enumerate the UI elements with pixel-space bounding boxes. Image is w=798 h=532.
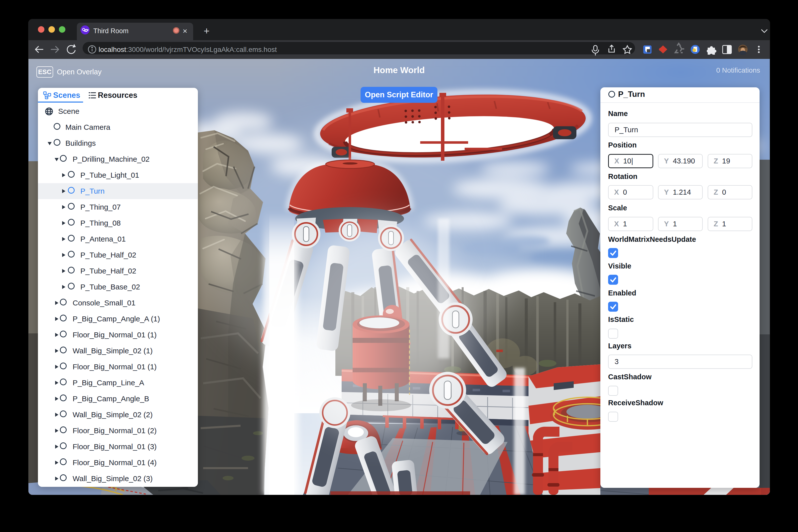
svg-text:localhost:3000/world/!vjrzmTVO: localhost:3000/world/!vjrzmTVOcyIsLgaAkA…	[99, 46, 277, 53]
